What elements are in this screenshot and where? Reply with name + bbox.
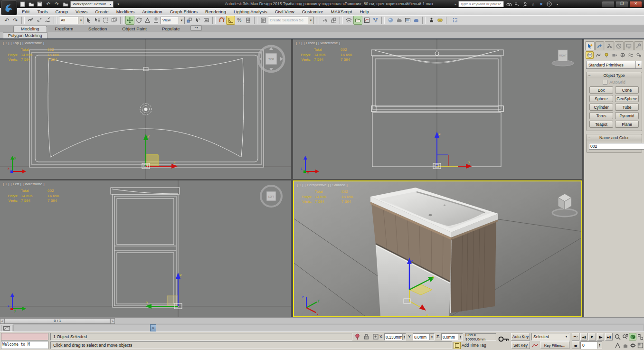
viewport-menu-shading[interactable]: [ Shaded ] — [330, 183, 347, 187]
teapot-button[interactable]: Teapot — [589, 121, 613, 128]
render-production-icon[interactable] — [412, 16, 420, 24]
maximize-viewport-toggle-icon[interactable] — [636, 341, 644, 349]
time-slider[interactable]: < 0 / 1 > — [0, 317, 644, 324]
tab-create-icon[interactable] — [585, 41, 595, 50]
save-file-icon[interactable] — [36, 1, 43, 7]
favorites-star-icon[interactable]: ☆ — [530, 1, 536, 7]
category-shapes-icon[interactable] — [595, 52, 602, 58]
tab-display-icon[interactable] — [624, 41, 634, 50]
mirror-icon[interactable] — [321, 16, 329, 24]
ribbon-tab-object-paint[interactable]: Object Paint — [115, 26, 154, 32]
viewport-menu-pov[interactable]: [ Top ] — [11, 41, 21, 45]
search-expand-icon[interactable]: ▸ — [455, 2, 456, 6]
exposure-control-icon[interactable] — [436, 16, 444, 24]
category-space-warps-icon[interactable] — [627, 52, 634, 58]
ribbon-panel-polygon-modeling[interactable]: Polygon Modeling — [3, 32, 47, 38]
viewport-left[interactable]: z y z y LEFT — [0, 180, 291, 317]
window-crossing-toggle-icon[interactable] — [110, 16, 118, 24]
manage-layers-icon[interactable] — [345, 16, 353, 24]
menu-create[interactable]: Create — [91, 9, 113, 15]
redo-scene-icon[interactable]: ↷ — [11, 16, 19, 24]
help-dropdown-icon[interactable]: ▾ — [554, 1, 560, 7]
viewport-front[interactable]: z x z x FRONT — [293, 39, 582, 179]
viewport-top[interactable]: y x x y — [0, 39, 291, 179]
help-icon[interactable]: ? — [546, 1, 552, 7]
viewport-menu-shading[interactable]: [ Wireframe ] — [318, 41, 340, 45]
spinner-snap-toggle-icon[interactable] — [244, 16, 252, 24]
move-gizmo[interactable]: z x — [433, 132, 472, 169]
spinner-icon[interactable]: ▲▼ — [458, 334, 463, 340]
box-button[interactable]: Box — [589, 86, 613, 94]
play-button[interactable]: ▶ — [588, 333, 596, 341]
workspace-dropdown[interactable]: Workspace: Default▾ — [70, 1, 114, 8]
viewport-menu-general[interactable]: [ + ] — [297, 183, 303, 187]
selection-filter-dropdown[interactable]: All▼ — [59, 17, 84, 24]
key-mode-dropdown[interactable]: Selected ▼ — [531, 333, 569, 341]
orbit-icon[interactable] — [629, 341, 636, 349]
viewport-menu-shading[interactable]: [ Wireframe ] — [22, 41, 44, 45]
time-tag-icon[interactable] — [454, 342, 461, 349]
snaps-toggle-icon[interactable]: 3 — [218, 16, 226, 24]
open-mini-curve-editor-icon[interactable] — [1, 325, 12, 332]
rectangular-selection-region-icon[interactable] — [102, 16, 110, 24]
go-to-start-button[interactable]: ⏮? — [572, 333, 579, 341]
field-of-view-icon[interactable] — [614, 341, 621, 349]
menu-animation[interactable]: Animation — [138, 9, 166, 15]
torus-button[interactable]: Torus — [589, 112, 613, 119]
rendered-frame-window-icon[interactable] — [404, 16, 412, 24]
set-keys-key-icon[interactable] — [498, 335, 510, 345]
angle-snap-toggle-icon[interactable] — [226, 16, 235, 25]
spinner-icon[interactable]: ▲▼ — [429, 334, 434, 340]
sphere-button[interactable]: Sphere — [589, 95, 613, 102]
redo-icon[interactable]: ↷ — [53, 1, 60, 7]
cone-button[interactable]: Cone — [615, 86, 639, 94]
viewcube-3d[interactable] — [552, 194, 577, 217]
vanity-model[interactable] — [370, 188, 498, 316]
tab-utilities-icon[interactable] — [634, 41, 644, 50]
minimize-button[interactable]: – — [602, 1, 615, 8]
viewport-menu-shading[interactable]: [ Wireframe ] — [23, 182, 45, 186]
zoom-all-icon[interactable] — [621, 333, 629, 341]
x-coordinate-field[interactable]: 0,133mm▲▼ — [384, 333, 406, 341]
select-and-link-icon[interactable] — [27, 16, 35, 24]
category-lights-icon[interactable] — [603, 52, 610, 58]
search-binoculars-icon[interactable] — [506, 1, 512, 7]
go-to-end-button[interactable]: ▶▮ — [605, 333, 613, 341]
menu-tools[interactable]: Tools — [33, 9, 51, 15]
tab-modify-icon[interactable] — [595, 41, 605, 50]
ribbon-tab-freeform[interactable]: Freeform — [48, 26, 81, 32]
ribbon-tab-modeling[interactable]: Modeling — [13, 26, 47, 32]
menu-edit[interactable]: Edit — [18, 9, 33, 15]
new-scene-icon[interactable] — [19, 1, 26, 7]
project-folder-icon[interactable] — [62, 1, 69, 7]
schematic-view-icon[interactable] — [371, 16, 379, 24]
spinner-icon[interactable]: ▲▼ — [402, 334, 406, 340]
sign-in-icon[interactable] — [522, 1, 528, 7]
menu-help[interactable]: Help — [356, 9, 373, 15]
current-frame-field[interactable]: 0▲▼ — [580, 341, 602, 349]
percent-snap-toggle-icon[interactable]: % — [236, 16, 244, 24]
curve-editor-icon[interactable] — [363, 16, 371, 24]
menu-rendering[interactable]: Rendering — [201, 9, 230, 15]
align-icon[interactable] — [330, 16, 338, 24]
help-search-input[interactable] — [458, 1, 504, 7]
plane-button[interactable]: Plane — [615, 121, 639, 128]
category-cameras-icon[interactable] — [611, 52, 618, 58]
zoom-extents-selected-icon[interactable] — [629, 333, 636, 341]
viewport-perspective[interactable]: z y x z y x — [293, 180, 582, 317]
viewcube-top[interactable]: TOP — [258, 46, 284, 72]
object-type-rollout-header[interactable]: − Object Type — [587, 72, 642, 78]
selection-lock-icon[interactable] — [363, 333, 369, 342]
viewcube-left[interactable]: LEFT — [261, 186, 282, 207]
render-setup-icon[interactable] — [395, 16, 403, 24]
ribbon-tab-selection[interactable]: Selection — [81, 26, 114, 32]
zoom-icon[interactable] — [614, 333, 621, 341]
lighting-analysis-overlay-icon[interactable] — [451, 16, 459, 24]
application-menu-button[interactable] — [1, 0, 17, 15]
tube-button[interactable]: Tube — [615, 104, 639, 111]
geosphere-button[interactable]: GeoSphere — [615, 95, 639, 102]
menu-modifiers[interactable]: Modifiers — [113, 9, 139, 15]
keyboard-shortcut-override-icon[interactable] — [202, 16, 210, 24]
zoom-extents-all-icon[interactable] — [636, 333, 644, 341]
undo-scene-icon[interactable]: ↶ — [3, 16, 11, 24]
